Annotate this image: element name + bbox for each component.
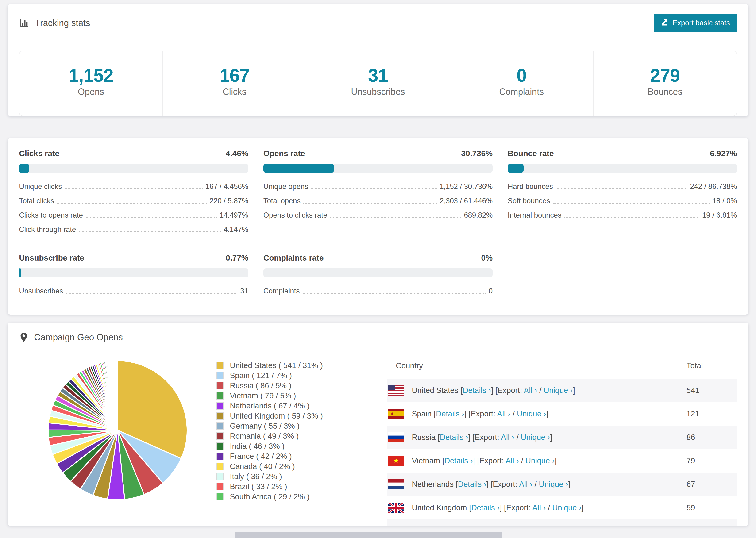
export-unique-link-spain[interactable]: Unique › [517,409,546,418]
dotted-leader [556,188,687,189]
geo-country-cell: Spain [Details ›] [Export: All › / Uniqu… [412,402,686,426]
rate-section-head: Complaints rate0% [263,253,493,263]
geo-total-cell [686,519,737,526]
legend-label: Canada ( 40 / 2% ) [230,462,295,471]
export-all-link-netherlands[interactable]: All › [519,480,532,488]
tracking-stats-header: Tracking stats Export basic stats [8,4,748,42]
rate-progress-fill [19,164,29,173]
legend-label: Brazil ( 33 / 2% ) [230,482,287,491]
rate-detail-rows: Complaints0 [263,284,493,298]
legend-label: South Africa ( 29 / 2% ) [230,492,309,501]
export-basic-stats-label: Export basic stats [673,19,730,27]
geo-country-cell: Vietnam [Details ›] [Export: All › / Uni… [412,449,686,472]
geo-total-cell: 86 [686,426,737,449]
legend-swatch [216,432,224,440]
legend-label: Romania ( 49 / 3% ) [230,432,298,440]
legend-item-germany[interactable]: Germany ( 55 / 3% ) [216,421,366,431]
rate-row-label: Internal bounces [508,211,561,219]
export-all-link-spain[interactable]: All › [497,409,511,418]
geo-table-row-partial [387,519,737,526]
legend-item-france[interactable]: France ( 42 / 2% ) [216,451,366,461]
stats-summary-row: 1,152Opens167Clicks31Unsubscribes0Compla… [19,51,737,116]
horizontal-scrollbar-thumb[interactable] [235,532,503,538]
geo-country-cell: United States [Details ›] [Export: All ›… [412,379,686,402]
rate-row-unsubscribes: Unsubscribes31 [19,284,248,298]
legend-item-netherlands[interactable]: Netherlands ( 67 / 4% ) [216,401,366,411]
rate-progress-fill [263,164,334,173]
rate-row-total-opens: Total opens2,303 / 61.446% [263,194,493,208]
rate-row-value: 19 / 6.81% [702,211,737,219]
campaign-geo-opens-header: Campaign Geo Opens [8,323,748,352]
legend-item-united-kingdom[interactable]: United Kingdom ( 59 / 3% ) [216,411,366,421]
legend-swatch [216,453,224,460]
legend-swatch [216,483,224,490]
legend-item-india[interactable]: India ( 46 / 3% ) [216,441,366,451]
export-unique-link-united-kingdom[interactable]: Unique › [552,503,581,512]
rate-progress-track [263,164,493,173]
geo-total-cell: 541 [686,379,737,402]
legend-item-russia[interactable]: Russia ( 86 / 5% ) [216,381,366,391]
legend-label: Spain ( 121 / 7% ) [230,371,292,380]
geo-table-wrap: Country Total United States [Details ›] … [387,354,737,526]
geo-legend: United States ( 541 / 31% )Spain ( 121 /… [216,354,366,526]
flag-vn-icon [387,449,412,472]
export-all-link-united-kingdom[interactable]: All › [532,503,546,512]
flag-es-icon [387,402,412,426]
legend-item-united-states[interactable]: United States ( 541 / 31% ) [216,360,366,370]
rate-progress-track [263,268,493,277]
rates-grid: Clicks rate4.46%Unique clicks167 / 4.456… [19,149,737,298]
export-unique-link-netherlands[interactable]: Unique › [539,480,568,488]
details-link-united-states[interactable]: Details › [462,386,491,395]
export-all-link-united-states[interactable]: All › [524,386,537,395]
export-unique-link-russia[interactable]: Unique › [521,433,550,442]
legend-label: Italy ( 36 / 2% ) [230,472,282,481]
details-link-russia[interactable]: Details › [440,433,468,442]
legend-item-south-africa[interactable]: South Africa ( 29 / 2% ) [216,492,366,502]
geo-table-header-country: Country [387,354,686,379]
details-link-vietnam[interactable]: Details › [445,456,473,465]
flag-us-icon [387,379,412,402]
legend-item-spain[interactable]: Spain ( 121 / 7% ) [216,370,366,381]
rate-section-complaints-rate: Complaints rate0%Complaints0 [263,253,493,298]
rate-row-clicks-to-opens-rate: Clicks to opens rate14.497% [19,208,248,222]
dotted-leader [303,293,486,294]
legend-swatch [216,473,224,480]
rate-row-label: Unsubscribes [19,287,63,295]
export-unique-link-vietnam[interactable]: Unique › [525,456,555,465]
export-all-link-vietnam[interactable]: All › [506,456,519,465]
stat-unsubscribes: 31Unsubscribes [306,51,450,116]
campaign-geo-opens-card: Campaign Geo Opens United States ( 541 /… [8,323,748,526]
rate-row-soft-bounces: Soft bounces18 / 0% [508,194,737,208]
geo-table-header-row: Country Total [387,354,737,379]
legend-swatch [216,382,224,389]
rate-row-label: Unique clicks [19,182,62,191]
rate-row-opens-to-clicks-rate: Opens to clicks rate689.82% [263,208,493,222]
legend-item-brazil[interactable]: Brazil ( 33 / 2% ) [216,481,366,492]
rate-value: 0% [481,253,493,263]
details-link-spain[interactable]: Details › [436,409,464,418]
stat-value: 1,152 [20,66,162,84]
rate-row-value: 220 / 5.87% [209,196,248,205]
legend-item-italy[interactable]: Italy ( 36 / 2% ) [216,471,366,481]
rate-value: 30.736% [461,149,493,158]
flag-ru-icon [387,426,412,449]
legend-item-romania[interactable]: Romania ( 49 / 3% ) [216,431,366,441]
country-name: United Kingdom [412,503,467,512]
export-basic-stats-button[interactable]: Export basic stats [654,14,737,32]
rate-row-label: Hard bounces [508,182,553,191]
rate-row-label: Click through rate [19,225,76,234]
legend-item-vietnam[interactable]: Vietnam ( 79 / 5% ) [216,391,366,401]
pie-slice-other[interactable] [117,361,118,430]
rate-value: 6.927% [710,149,737,158]
export-all-link-russia[interactable]: All › [501,433,514,442]
dotted-leader [303,203,437,203]
export-unique-link-united-states[interactable]: Unique › [544,386,573,395]
dotted-leader [330,217,461,218]
legend-item-canada[interactable]: Canada ( 40 / 2% ) [216,461,366,471]
rate-progress-track [19,164,248,173]
legend-label: Russia ( 86 / 5% ) [230,381,291,390]
details-link-netherlands[interactable]: Details › [458,480,486,488]
rate-row-unique-clicks: Unique clicks167 / 4.456% [19,179,248,194]
rate-detail-rows: Unique opens1,152 / 30.736%Total opens2,… [263,179,493,222]
details-link-united-kingdom[interactable]: Details › [471,503,500,512]
